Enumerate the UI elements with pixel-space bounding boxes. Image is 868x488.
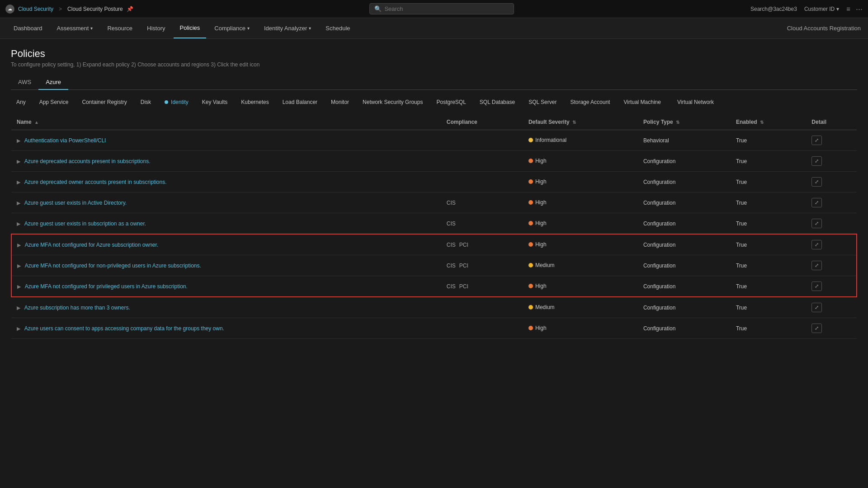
- filter-storage-account[interactable]: Storage Account: [565, 97, 615, 107]
- severity-cell: High: [523, 192, 638, 213]
- compliance-badge: PCI: [459, 283, 468, 290]
- tab-azure[interactable]: Azure: [38, 75, 68, 90]
- nav-history[interactable]: History: [141, 18, 171, 38]
- filter-sql-database[interactable]: SQL Database: [474, 97, 520, 107]
- detail-button[interactable]: ⤢: [811, 303, 822, 312]
- severity-dot: [528, 200, 533, 205]
- filter-postgresql[interactable]: PostgreSQL: [431, 97, 471, 107]
- filter-virtual-machine[interactable]: Virtual Machine: [618, 97, 666, 107]
- policy-name[interactable]: Azure guest user exists in Active Direct…: [24, 200, 127, 206]
- expand-button[interactable]: ▶: [17, 221, 20, 227]
- enabled-cell: True: [731, 130, 806, 151]
- nav-identity-analyzer[interactable]: Identity Analyzer ▾: [258, 18, 317, 38]
- policy-name[interactable]: Azure MFA not configured for privileged …: [25, 283, 188, 290]
- more-icon[interactable]: ⋯: [856, 5, 863, 13]
- expand-button[interactable]: ▶: [17, 305, 20, 311]
- policy-name-cell: ▶ Azure guest user exists in subscriptio…: [11, 213, 441, 235]
- compliance-cell: CISPCI: [441, 234, 523, 255]
- nav-resource[interactable]: Resource: [101, 18, 139, 38]
- detail-button[interactable]: ⤢: [811, 136, 822, 145]
- detail-button[interactable]: ⤢: [811, 219, 822, 228]
- detail-button[interactable]: ⤢: [811, 240, 822, 249]
- severity-label: High: [535, 220, 547, 226]
- filter-key-vaults[interactable]: Key Vaults: [197, 97, 233, 107]
- filter-identity[interactable]: Identity: [159, 97, 194, 107]
- breadcrumb-cloud-security[interactable]: Cloud Security: [18, 6, 53, 12]
- policy-name[interactable]: Azure users can consent to apps accessin…: [24, 325, 224, 332]
- detail-button[interactable]: ⤢: [811, 282, 822, 291]
- nav-assessment[interactable]: Assessment ▾: [51, 18, 99, 38]
- policy-name[interactable]: Azure subscription has more than 3 owner…: [24, 305, 130, 311]
- policy-name[interactable]: Azure deprecated accounts present in sub…: [24, 158, 151, 164]
- search-input[interactable]: [384, 5, 509, 12]
- expand-button[interactable]: ▶: [17, 138, 20, 144]
- detail-button[interactable]: ⤢: [811, 177, 822, 187]
- detail-button[interactable]: ⤢: [811, 198, 822, 207]
- policy-table-container[interactable]: Name ▲ Compliance Default Severity ⇅ Pol…: [11, 114, 857, 339]
- expand-button[interactable]: ▶: [17, 263, 21, 269]
- customer-dropdown[interactable]: Customer ID ▾: [804, 6, 839, 12]
- severity-sort-icon: ⇅: [572, 120, 576, 125]
- expand-button[interactable]: ▶: [17, 200, 20, 206]
- table-header: Name ▲ Compliance Default Severity ⇅ Pol…: [11, 114, 857, 130]
- severity-cell: Informational: [523, 130, 638, 151]
- policy-name[interactable]: Authentication via PowerShell/CLI: [24, 137, 106, 144]
- detail-cell: ⤢: [806, 276, 857, 297]
- detail-button[interactable]: ⤢: [811, 324, 822, 333]
- col-policy-type[interactable]: Policy Type ⇅: [638, 114, 731, 130]
- col-enabled[interactable]: Enabled ⇅: [731, 114, 806, 130]
- customer-id-label: Customer ID: [804, 6, 835, 12]
- policy-type-cell: Configuration: [638, 297, 731, 318]
- policy-name[interactable]: Azure deprecated owner accounts present …: [24, 179, 167, 185]
- expand-button[interactable]: ▶: [17, 326, 20, 332]
- global-search[interactable]: 🔍: [369, 3, 514, 14]
- cloud-accounts-registration[interactable]: Cloud Accounts Registration: [787, 25, 861, 32]
- tab-aws[interactable]: AWS: [11, 75, 38, 90]
- compliance-cell: CISPCI: [441, 255, 523, 276]
- expand-button[interactable]: ▶: [17, 242, 21, 248]
- pin-icon[interactable]: 📌: [127, 6, 133, 12]
- filter-disk[interactable]: Disk: [135, 97, 156, 107]
- expand-button[interactable]: ▶: [17, 159, 20, 164]
- filter-app-service[interactable]: App Service: [34, 97, 74, 107]
- policy-name[interactable]: Azure MFA not configured for Azure subsc…: [25, 242, 159, 248]
- policy-name-cell: ▶ Azure deprecated owner accounts presen…: [11, 172, 441, 192]
- policy-type-cell: Configuration: [638, 234, 731, 255]
- detail-button[interactable]: ⤢: [811, 261, 822, 270]
- detail-cell: ⤢: [806, 130, 857, 151]
- policy-type-cell: Configuration: [638, 276, 731, 297]
- menu-icon[interactable]: ≡: [846, 5, 850, 13]
- expand-button[interactable]: ▶: [17, 284, 21, 290]
- nav-compliance[interactable]: Compliance ▾: [208, 18, 256, 38]
- detail-cell: ⤢: [806, 192, 857, 213]
- enabled-cell: True: [731, 234, 806, 255]
- col-name[interactable]: Name ▲: [11, 114, 441, 130]
- col-compliance: Compliance: [441, 114, 523, 130]
- policy-name[interactable]: Azure MFA not configured for non-privile…: [25, 263, 201, 269]
- policy-name[interactable]: Azure guest user exists in subscription …: [24, 221, 146, 227]
- severity-dot: [528, 263, 533, 267]
- severity-label: High: [535, 325, 547, 331]
- policy-type-sort-icon: ⇅: [676, 120, 679, 125]
- filter-kubernetes[interactable]: Kubernetes: [236, 97, 274, 107]
- detail-button[interactable]: ⤢: [811, 156, 822, 166]
- nav-policies[interactable]: Policies: [174, 18, 207, 38]
- filter-tags: Any App Service Container Registry Disk …: [11, 97, 857, 107]
- filter-sql-server[interactable]: SQL Server: [523, 97, 562, 107]
- policy-name-cell: ▶ Azure guest user exists in Active Dire…: [11, 192, 441, 213]
- nav-schedule[interactable]: Schedule: [319, 18, 356, 38]
- severity-badge: Informational: [528, 137, 566, 143]
- compliance-cell: [441, 151, 523, 172]
- nav-dashboard[interactable]: Dashboard: [7, 18, 49, 38]
- expand-button[interactable]: ▶: [17, 179, 20, 185]
- policy-name-cell: ▶ Azure users can consent to apps access…: [11, 318, 441, 339]
- filter-monitor[interactable]: Monitor: [326, 97, 354, 107]
- filter-container-registry[interactable]: Container Registry: [76, 97, 132, 107]
- col-default-severity[interactable]: Default Severity ⇅: [523, 114, 638, 130]
- compliance-cell: [441, 318, 523, 339]
- filter-load-balancer[interactable]: Load Balancer: [277, 97, 323, 107]
- filter-any[interactable]: Any: [11, 97, 31, 107]
- filter-virtual-network[interactable]: Virtual Network: [672, 97, 719, 107]
- enabled-cell: True: [731, 192, 806, 213]
- filter-network-security-groups[interactable]: Network Security Groups: [357, 97, 428, 107]
